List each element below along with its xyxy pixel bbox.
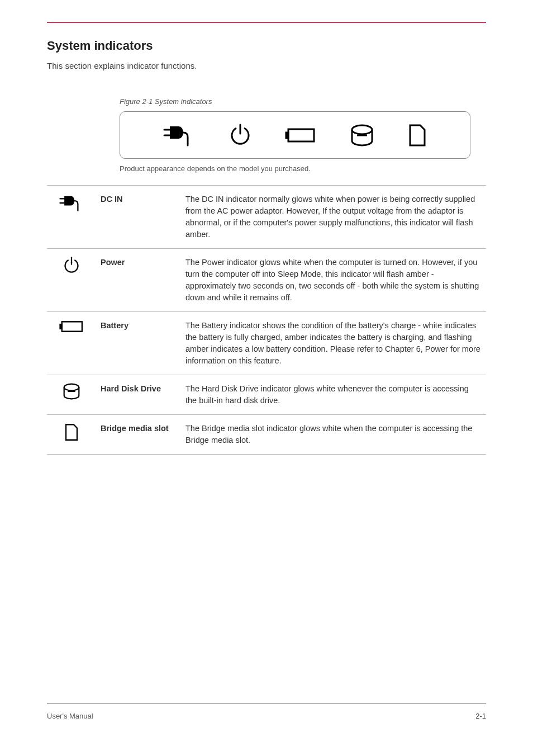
battery-icon (59, 326, 84, 335)
svg-rect-1 (288, 129, 314, 141)
indicator-table: DC IN The DC IN indicator normally glows… (47, 185, 486, 455)
figure: Figure 2-1 System indicators (120, 97, 486, 159)
svg-point-3 (352, 125, 372, 134)
svg-rect-2 (286, 133, 288, 138)
row-label: DC IN (101, 186, 185, 249)
card-icon (408, 123, 427, 148)
icon-strip (120, 111, 470, 159)
section-intro: This section explains indicator function… (47, 60, 486, 72)
disk-icon (62, 393, 81, 401)
disk-icon (349, 124, 375, 147)
svg-rect-7 (60, 324, 62, 329)
power-icon (63, 267, 80, 276)
row-label: Hard Disk Drive (101, 375, 185, 415)
page-footer: User's Manual 2-1 (47, 712, 486, 720)
plug-icon (59, 205, 84, 214)
footer-left: User's Manual (47, 712, 93, 720)
card-icon (64, 434, 79, 443)
row-desc: The Battery indicator shows the conditio… (185, 312, 486, 375)
table-row: Power The Power indicator glows white wh… (47, 249, 486, 312)
svg-point-8 (64, 384, 79, 391)
svg-rect-6 (62, 322, 82, 331)
table-row: Hard Disk Drive The Hard Disk Drive indi… (47, 375, 486, 415)
row-desc: The DC IN indicator normally glows white… (185, 186, 486, 249)
battery-icon (285, 127, 316, 144)
footer-page: 2-1 (475, 712, 486, 720)
table-row: DC IN The DC IN indicator normally glows… (47, 186, 486, 249)
table-row: Bridge media slot The Bridge media slot … (47, 415, 486, 455)
row-desc: The Hard Disk Drive indicator glows whit… (185, 375, 486, 415)
row-desc: The Bridge media slot indicator glows wh… (185, 415, 486, 455)
row-label: Power (101, 249, 185, 312)
figure-label: Figure 2-1 System indicators (120, 97, 486, 106)
row-desc: The Power indicator glows white when the… (185, 249, 486, 312)
row-label: Battery (101, 312, 185, 375)
top-divider (47, 22, 486, 23)
section-title: System indicators (47, 39, 486, 53)
table-row: Battery The Battery indicator shows the … (47, 312, 486, 375)
figure-caption: Product appearance depends on the model … (120, 164, 486, 173)
plug-icon (163, 123, 196, 148)
footer-divider (47, 703, 486, 703)
row-label: Bridge media slot (101, 415, 185, 455)
power-icon (229, 124, 252, 147)
